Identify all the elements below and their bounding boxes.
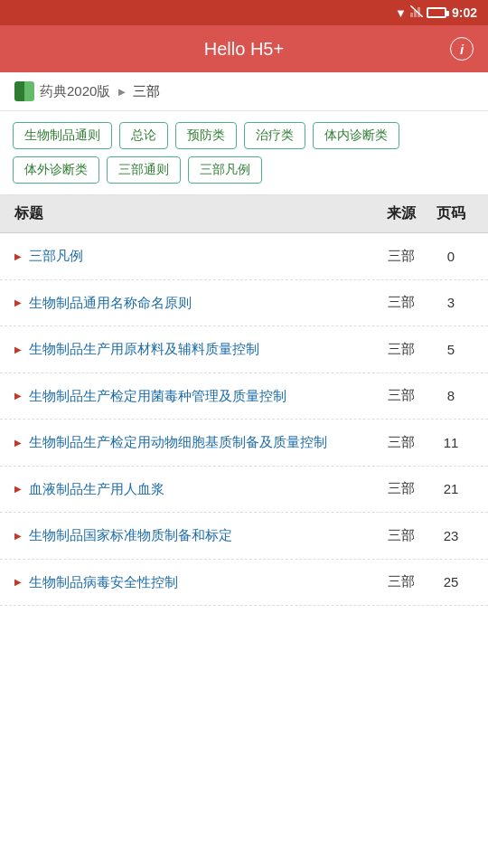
row-title: 生物制品生产检定用菌毒种管理及质量控制 (29, 386, 374, 407)
row-arrow-icon: ▶ (14, 531, 22, 541)
breadcrumb: 药典2020版 ► 三部 (0, 72, 488, 111)
tag-item[interactable]: 三部凡例 (188, 156, 262, 184)
row-source: 三部 (374, 387, 428, 404)
row-arrow-icon: ▶ (14, 251, 22, 261)
row-title: 生物制品生产检定用动物细胞基质制备及质量控制 (29, 432, 374, 453)
row-source: 三部 (374, 341, 428, 358)
breadcrumb-app[interactable]: 药典2020版 (40, 83, 110, 100)
table-row[interactable]: ▶ 生物制品通用名称命名原则 三部 3 (0, 280, 488, 327)
row-page: 21 (428, 481, 474, 496)
row-page: 23 (428, 528, 474, 543)
tag-item[interactable]: 体内诊断类 (313, 122, 399, 149)
row-arrow-icon: ▶ (14, 344, 22, 354)
row-arrow-icon: ▶ (14, 577, 22, 587)
tag-item[interactable]: 三部通则 (107, 156, 181, 184)
battery-icon (427, 7, 446, 18)
row-arrow-icon: ▶ (14, 297, 22, 307)
app-title: Hello H5+ (204, 39, 284, 60)
row-arrow-icon: ▶ (14, 438, 22, 448)
row-title: 生物制品生产用原材料及辅料质量控制 (29, 339, 374, 360)
breadcrumb-current: 三部 (133, 83, 160, 100)
time-display: 9:02 (452, 5, 477, 20)
row-source: 三部 (374, 434, 428, 451)
table-row[interactable]: ▶ 生物制品生产检定用菌毒种管理及质量控制 三部 8 (0, 373, 488, 420)
row-page: 11 (428, 435, 474, 450)
table-row[interactable]: ▶ 生物制品生产用原材料及辅料质量控制 三部 5 (0, 326, 488, 373)
row-title: 生物制品通用名称命名原则 (29, 293, 374, 314)
tag-item[interactable]: 体外诊断类 (13, 156, 99, 184)
row-source: 三部 (374, 573, 428, 590)
tag-item[interactable]: 生物制品通则 (13, 122, 112, 149)
table-body: ▶ 三部凡例 三部 0 ▶ 生物制品通用名称命名原则 三部 3 ▶ 生物制品生产… (0, 233, 488, 606)
row-page: 8 (428, 388, 474, 403)
breadcrumb-icon (14, 81, 34, 101)
row-page: 5 (428, 342, 474, 357)
table-section: 标题 来源 页码 ▶ 三部凡例 三部 0 ▶ 生物制品通用名称命名原则 三部 3… (0, 195, 488, 606)
row-title: 生物制品国家标准物质制备和标定 (29, 525, 374, 546)
row-page: 3 (428, 295, 474, 310)
header-page-col: 页码 (428, 204, 474, 223)
row-title: 三部凡例 (29, 246, 374, 267)
table-row[interactable]: ▶ 生物制品国家标准物质制备和标定 三部 23 (0, 513, 488, 560)
wifi-icon: ▼ (395, 6, 407, 20)
table-header: 标题 来源 页码 (0, 195, 488, 233)
status-icons: ▼ (395, 5, 446, 20)
info-button[interactable]: i (450, 37, 474, 61)
table-row[interactable]: ▶ 三部凡例 三部 0 (0, 233, 488, 280)
row-source: 三部 (374, 248, 428, 265)
row-source: 三部 (374, 294, 428, 311)
row-title: 生物制品病毒安全性控制 (29, 572, 374, 593)
svg-rect-0 (410, 13, 413, 17)
status-bar: ▼ 9:02 (0, 0, 488, 25)
app-header: Hello H5+ i (0, 25, 488, 72)
tags-section: 生物制品通则总论预防类治疗类体内诊断类体外诊断类三部通则三部凡例 (0, 111, 488, 195)
row-page: 0 (428, 249, 474, 264)
tag-item[interactable]: 治疗类 (244, 122, 305, 149)
header-title-col: 标题 (14, 204, 374, 223)
row-page: 25 (428, 574, 474, 590)
breadcrumb-arrow: ► (116, 85, 127, 99)
tags-row: 生物制品通则总论预防类治疗类体内诊断类体外诊断类三部通则三部凡例 (13, 122, 475, 184)
row-arrow-icon: ▶ (14, 391, 22, 401)
table-row[interactable]: ▶ 生物制品生产检定用动物细胞基质制备及质量控制 三部 11 (0, 420, 488, 467)
header-source-col: 来源 (374, 204, 428, 223)
row-source: 三部 (374, 527, 428, 544)
signal-icon (410, 5, 423, 20)
table-row[interactable]: ▶ 血液制品生产用人血浆 三部 21 (0, 467, 488, 514)
row-source: 三部 (374, 480, 428, 497)
row-arrow-icon: ▶ (14, 484, 22, 494)
tag-item[interactable]: 预防类 (175, 122, 237, 149)
tag-item[interactable]: 总论 (119, 122, 168, 149)
table-row[interactable]: ▶ 生物制品病毒安全性控制 三部 25 (0, 560, 488, 607)
row-title: 血液制品生产用人血浆 (29, 479, 374, 500)
